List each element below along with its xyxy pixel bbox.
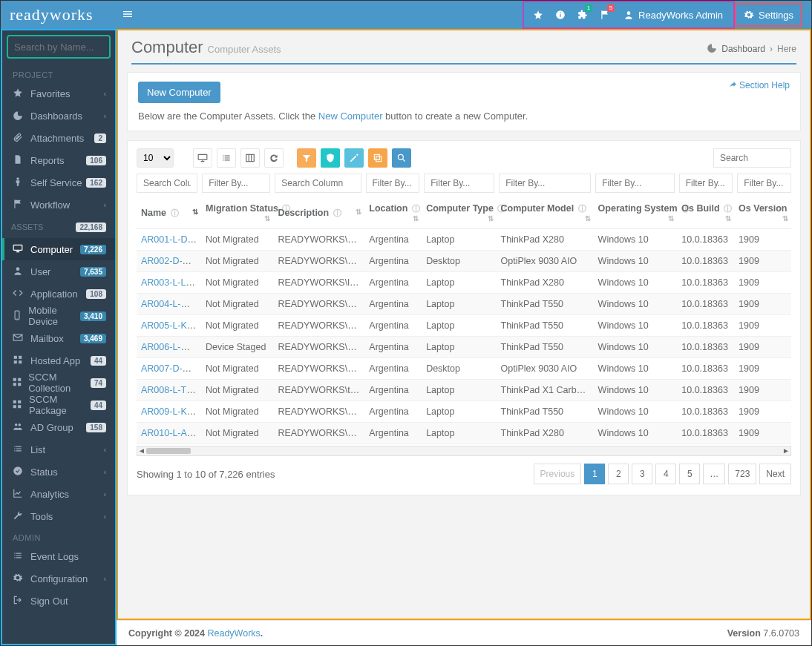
sort-icon[interactable]: ⇅ <box>356 208 360 216</box>
column-filter-0[interactable] <box>137 174 197 193</box>
col-header-os-build[interactable]: Os Build ⓘ⇅ <box>677 197 734 229</box>
nav-item-event-logs[interactable]: Event Logs <box>2 545 115 567</box>
nav-item-mobile-device[interactable]: Mobile Device3,410 <box>2 305 115 327</box>
favorites-icon[interactable] <box>527 3 549 27</box>
table-search-input[interactable] <box>713 148 791 168</box>
view-list-icon[interactable] <box>217 148 236 168</box>
nav-item-reports[interactable]: Reports106 <box>2 149 115 171</box>
info-icon[interactable]: ⓘ <box>333 208 341 217</box>
nav-item-hosted-app[interactable]: Hosted App44 <box>2 349 115 372</box>
search-table-icon[interactable] <box>392 148 411 168</box>
nav-item-sign-out[interactable]: Sign Out <box>2 590 115 612</box>
nav-item-list[interactable]: List‹ <box>2 438 115 461</box>
section-help-link[interactable]: Section Help <box>729 80 790 90</box>
column-filter-5[interactable] <box>499 174 591 193</box>
nav-item-sccm-collection[interactable]: SCCM Collection74 <box>2 372 115 394</box>
table-row[interactable]: AR003-L-LROSSNot MigratedREADYWORKS\lros… <box>137 272 791 294</box>
nav-item-tools[interactable]: Tools‹ <box>2 505 115 527</box>
col-header-computer-type[interactable]: Computer Type ⓘ⇅ <box>422 197 496 229</box>
nav-item-sccm-package[interactable]: SCCM Package44 <box>2 394 115 416</box>
asset-link[interactable]: AR008-L-TNEWT <box>141 385 201 395</box>
column-filter-8[interactable] <box>737 174 791 193</box>
info-icon[interactable]: ⓘ <box>171 208 179 217</box>
sort-icon[interactable]: ⇅ <box>585 214 589 223</box>
page-length-select[interactable]: 10 <box>137 148 174 168</box>
filter-icon[interactable] <box>297 148 316 168</box>
asset-link[interactable]: AR004-L-GZAPP <box>141 299 201 309</box>
info-icon[interactable]: ⓘ <box>412 204 420 213</box>
pager-prev[interactable]: Previous <box>534 464 582 484</box>
notifications-icon[interactable]: 5 <box>594 3 616 27</box>
info-icon[interactable]: ⓘ <box>578 204 586 213</box>
shield-icon[interactable] <box>321 148 340 168</box>
table-row[interactable]: AR001-L-DFOWLNot MigratedREADYWORKS\dfow… <box>137 229 791 251</box>
asset-link[interactable]: AR002-D-HHOUS <box>141 256 201 266</box>
nav-item-workflow[interactable]: Workflow‹ <box>2 194 115 216</box>
asset-link[interactable]: AR009-L-KWINT <box>141 406 201 417</box>
info-icon[interactable] <box>549 3 572 27</box>
sidebar-search-input[interactable] <box>14 42 117 53</box>
pager-page[interactable]: 5 <box>679 464 700 484</box>
col-header-migration-status[interactable]: Migration Status ⓘ⇅ <box>201 197 273 229</box>
table-row[interactable]: AR006-L-MRAISDevice StagedREADYWORKS\mra… <box>137 337 791 358</box>
sort-icon[interactable]: ⇅ <box>264 214 269 223</box>
nav-item-application[interactable]: Application108 <box>2 283 115 305</box>
nav-item-mailbox[interactable]: Mailbox3,469 <box>2 327 115 349</box>
sidebar-search[interactable] <box>7 35 111 59</box>
pager-page[interactable]: 1 <box>584 464 605 484</box>
refresh-icon[interactable] <box>264 148 284 168</box>
copy-icon[interactable] <box>368 148 387 168</box>
view-card-icon[interactable] <box>193 148 212 168</box>
pager-page[interactable]: 3 <box>632 464 652 484</box>
sort-icon[interactable]: ⇅ <box>668 214 672 223</box>
col-header-os-version[interactable]: Os Version ⓘ⇅ <box>734 197 791 229</box>
settings-button[interactable]: Settings <box>735 3 802 27</box>
asset-link[interactable]: AR005-L-KCLEA <box>141 320 201 331</box>
info-icon[interactable]: ⓘ <box>724 204 732 213</box>
pager-page[interactable]: 723 <box>728 464 756 484</box>
pager-page[interactable]: 2 <box>608 464 629 484</box>
nav-item-user[interactable]: User7,635 <box>2 260 115 283</box>
nav-item-computer[interactable]: Computer7,226 <box>2 238 115 260</box>
extensions-icon[interactable]: 1 <box>572 3 594 27</box>
col-header-computer-model[interactable]: Computer Model ⓘ⇅ <box>497 197 594 229</box>
columns-icon[interactable] <box>240 148 260 168</box>
asset-link[interactable]: AR010-L-AMILE <box>141 428 201 438</box>
table-row[interactable]: AR010-L-AMILENot MigratedREADYWORKS\amil… <box>137 423 791 444</box>
nav-item-favorites[interactable]: Favorites‹ <box>2 82 115 105</box>
column-filter-2[interactable] <box>275 174 361 193</box>
nav-item-configuration[interactable]: Configuration‹ <box>2 567 115 590</box>
breadcrumb-dashboard[interactable]: Dashboard <box>721 44 765 54</box>
scroll-thumb[interactable] <box>146 448 191 454</box>
col-header-operating-system[interactable]: Operating System ⓘ⇅ <box>594 197 678 229</box>
asset-link[interactable]: AR006-L-MRAIS <box>141 342 201 352</box>
sort-icon[interactable]: ⇅ <box>488 214 492 223</box>
user-menu[interactable]: ReadyWorks Admin <box>616 10 730 21</box>
scroll-right-icon[interactable]: ► <box>782 446 790 455</box>
nav-item-status[interactable]: Status‹ <box>2 461 115 483</box>
asset-link[interactable]: AR003-L-LROSS <box>141 277 201 288</box>
footer-brand-link[interactable]: ReadyWorks <box>207 628 260 639</box>
menu-toggle-icon[interactable] <box>122 8 134 22</box>
table-row[interactable]: AR002-D-HHOUSNot MigratedREADYWORKS\hhou… <box>137 251 791 272</box>
table-row[interactable]: AR005-L-KCLEANot MigratedREADYWORKS\kcle… <box>137 315 791 337</box>
intro-link[interactable]: New Computer <box>318 111 383 122</box>
nav-item-self-service[interactable]: Self Service162 <box>2 171 115 194</box>
asset-link[interactable]: AR001-L-DFOWL <box>141 234 201 245</box>
pager-page[interactable]: … <box>703 464 725 484</box>
table-row[interactable]: AR004-L-GZAPPNot MigratedREADYWORKS\gzap… <box>137 294 791 315</box>
table-row[interactable]: AR007-D-CCHRINot MigratedREADYWORKS\cchr… <box>137 358 791 380</box>
new-computer-button[interactable]: New Computer <box>138 82 220 103</box>
table-row[interactable]: AR009-L-KWINTNot MigratedREADYWORKS\kwin… <box>137 401 791 423</box>
column-filter-7[interactable] <box>679 174 733 193</box>
sort-icon[interactable]: ⇅ <box>192 208 197 216</box>
column-filter-3[interactable] <box>366 174 420 193</box>
pager-page[interactable]: 4 <box>655 464 676 484</box>
asset-link[interactable]: AR007-D-CCHRI <box>141 363 201 374</box>
sort-icon[interactable]: ⇅ <box>413 214 417 223</box>
nav-item-dashboards[interactable]: Dashboards‹ <box>2 105 115 127</box>
col-header-name[interactable]: Name ⓘ⇅ <box>137 197 201 229</box>
sort-icon[interactable]: ⇅ <box>725 214 730 223</box>
edit-icon[interactable] <box>344 148 364 168</box>
scroll-left-icon[interactable]: ◄ <box>137 446 146 455</box>
